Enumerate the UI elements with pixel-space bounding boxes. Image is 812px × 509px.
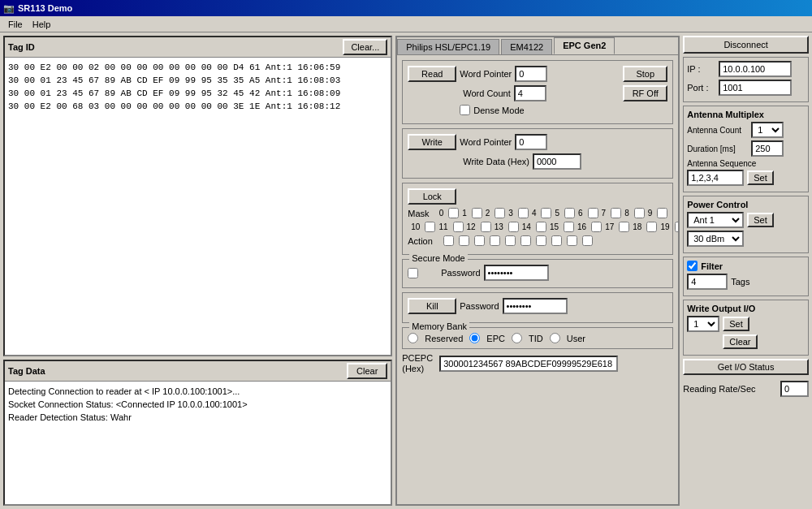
duration-input[interactable] bbox=[751, 140, 784, 157]
secure-mode-title: Secure Mode bbox=[409, 253, 467, 263]
disconnect-button[interactable]: Disconnect bbox=[683, 36, 809, 54]
mask-num-17: 17 bbox=[605, 222, 614, 231]
write-data-input[interactable] bbox=[533, 153, 581, 170]
action-cb-1[interactable] bbox=[459, 235, 469, 246]
tag-data-clear-button[interactable]: Clear bbox=[347, 363, 387, 379]
write-word-pointer-input[interactable] bbox=[515, 134, 547, 150]
antenna-title: Antenna Multiplex bbox=[687, 110, 805, 119]
action-cb-9[interactable] bbox=[582, 235, 593, 246]
tag-id-row-2: 30 00 01 23 45 67 89 AB CD EF 09 99 95 3… bbox=[8, 87, 387, 100]
mask-cb-14[interactable] bbox=[536, 222, 546, 232]
rf-off-button[interactable]: RF Off bbox=[623, 85, 667, 101]
tab-philips[interactable]: Philips HSL/EPC1.19 bbox=[397, 39, 499, 54]
mask-cb-11[interactable] bbox=[453, 222, 464, 232]
stop-button[interactable]: Stop bbox=[623, 66, 667, 82]
memory-bank-title: Memory Bank bbox=[409, 321, 469, 331]
read-button[interactable]: Read bbox=[408, 66, 456, 82]
memory-bank-user[interactable] bbox=[550, 333, 560, 343]
action-cb-2[interactable] bbox=[474, 235, 485, 246]
mask-cb-17[interactable] bbox=[619, 222, 629, 232]
word-count-input[interactable] bbox=[514, 85, 546, 101]
action-cb-0[interactable] bbox=[443, 235, 454, 246]
menu-help[interactable]: Help bbox=[28, 18, 56, 31]
dense-mode-checkbox[interactable] bbox=[460, 105, 470, 115]
tab-epcgen2[interactable]: EPC Gen2 bbox=[554, 37, 615, 54]
action-cb-4[interactable] bbox=[505, 235, 516, 246]
tag-id-row-0: 30 00 E2 00 00 02 00 00 00 00 00 00 00 0… bbox=[8, 61, 387, 74]
tag-data-label: Tag Data bbox=[8, 366, 45, 376]
power-dbm-select[interactable]: 30 dBm20 dBm10 dBm bbox=[687, 231, 744, 247]
power-title: Power Control bbox=[687, 200, 805, 209]
memory-bank-tid[interactable] bbox=[512, 333, 522, 343]
menu-file[interactable]: File bbox=[3, 18, 28, 31]
read-section: Read Word Pointer Stop Word Count RF Off… bbox=[402, 60, 673, 124]
mask-cb-8[interactable] bbox=[634, 208, 645, 218]
write-io-set-button[interactable]: Set bbox=[723, 317, 749, 331]
mask-cb-16[interactable] bbox=[591, 222, 602, 232]
kill-password-input[interactable] bbox=[503, 298, 568, 314]
mask-cb-6[interactable] bbox=[588, 208, 598, 218]
antenna-count-select[interactable]: 1234 bbox=[751, 122, 784, 138]
get-io-status-button[interactable]: Get I/O Status bbox=[683, 359, 809, 375]
filter-checkbox[interactable] bbox=[687, 261, 698, 271]
tag-id-clear-button[interactable]: Clear... bbox=[343, 39, 387, 55]
middle-panel: Philips HSL/EPC1.19 EM4122 EPC Gen2 Read… bbox=[395, 36, 680, 506]
mask-cb-10[interactable] bbox=[425, 222, 435, 232]
mask-cb-19[interactable] bbox=[675, 222, 679, 232]
mask-cb-5[interactable] bbox=[564, 208, 575, 218]
secure-mode-password-label: Password bbox=[441, 268, 480, 278]
antenna-sequence-input[interactable] bbox=[687, 170, 744, 186]
action-cb-3[interactable] bbox=[490, 235, 500, 246]
mask-cb-12[interactable] bbox=[481, 222, 491, 232]
mask-cb-3[interactable] bbox=[518, 208, 529, 218]
kill-button[interactable]: Kill bbox=[408, 298, 456, 314]
memory-bank-epc[interactable] bbox=[469, 333, 480, 343]
mask-num-19: 19 bbox=[660, 222, 669, 231]
filter-tags-label: Tags bbox=[731, 277, 749, 287]
action-cb-5[interactable] bbox=[520, 235, 531, 246]
mask-cb-1[interactable] bbox=[472, 208, 482, 218]
antenna-sequence-set-button[interactable]: Set bbox=[747, 170, 774, 185]
mask-num-16: 16 bbox=[577, 222, 586, 231]
mask-num-4: 4 bbox=[532, 209, 537, 218]
word-pointer-label: Word Pointer bbox=[460, 69, 512, 79]
action-cb-7[interactable] bbox=[551, 235, 562, 246]
ip-row: IP : bbox=[687, 61, 805, 77]
mask-cb-2[interactable] bbox=[495, 208, 505, 218]
write-word-pointer-label: Word Pointer bbox=[460, 137, 512, 147]
word-pointer-input[interactable] bbox=[515, 66, 547, 82]
action-cb-6[interactable] bbox=[536, 235, 546, 246]
action-cb-8[interactable] bbox=[567, 235, 577, 246]
mask-cb-13[interactable] bbox=[508, 222, 519, 232]
secure-mode-checkbox[interactable] bbox=[408, 268, 418, 278]
ip-input[interactable] bbox=[719, 61, 792, 77]
mask-cb-4[interactable] bbox=[541, 208, 551, 218]
filter-value-input[interactable] bbox=[687, 274, 728, 290]
memory-bank-tid-label: TID bbox=[529, 334, 543, 343]
mask-cb-9[interactable] bbox=[657, 208, 667, 218]
write-button[interactable]: Write bbox=[408, 134, 456, 150]
antenna-count-row: Antenna Count 1234 bbox=[687, 122, 805, 138]
power-ant-select[interactable]: Ant 1Ant 2Ant 3Ant 4 bbox=[687, 212, 744, 228]
antenna-sequence-label: Antenna Sequence bbox=[687, 159, 805, 168]
tag-data-line-0: Detecting Connection to reader at < IP 1… bbox=[8, 385, 387, 398]
secure-mode-password-input[interactable] bbox=[484, 265, 549, 281]
port-input[interactable] bbox=[719, 80, 792, 96]
mask-cb-15[interactable] bbox=[564, 222, 574, 232]
mask-cb-18[interactable] bbox=[646, 222, 657, 232]
port-label: Port : bbox=[687, 83, 715, 93]
memory-bank-radio-group: Reserved EPC TID User bbox=[408, 333, 667, 343]
memory-bank-reserved[interactable] bbox=[408, 333, 418, 343]
tab-em4122[interactable]: EM4122 bbox=[501, 39, 552, 54]
antenna-sequence-row: Set bbox=[687, 170, 805, 186]
power-set-button[interactable]: Set bbox=[747, 213, 774, 227]
memory-bank-section: Memory Bank Reserved EPC TID User bbox=[402, 327, 673, 349]
mask-cb-0[interactable] bbox=[448, 208, 459, 218]
dense-mode-label: Dense Mode bbox=[473, 106, 524, 115]
reading-rate-input[interactable] bbox=[780, 381, 809, 397]
write-io-select[interactable]: 1234 bbox=[687, 316, 719, 332]
lock-button[interactable]: Lock bbox=[408, 188, 456, 205]
mask-cb-7[interactable] bbox=[611, 208, 621, 218]
pcepc-input[interactable] bbox=[439, 356, 618, 372]
write-io-clear-button[interactable]: Clear bbox=[723, 334, 757, 349]
